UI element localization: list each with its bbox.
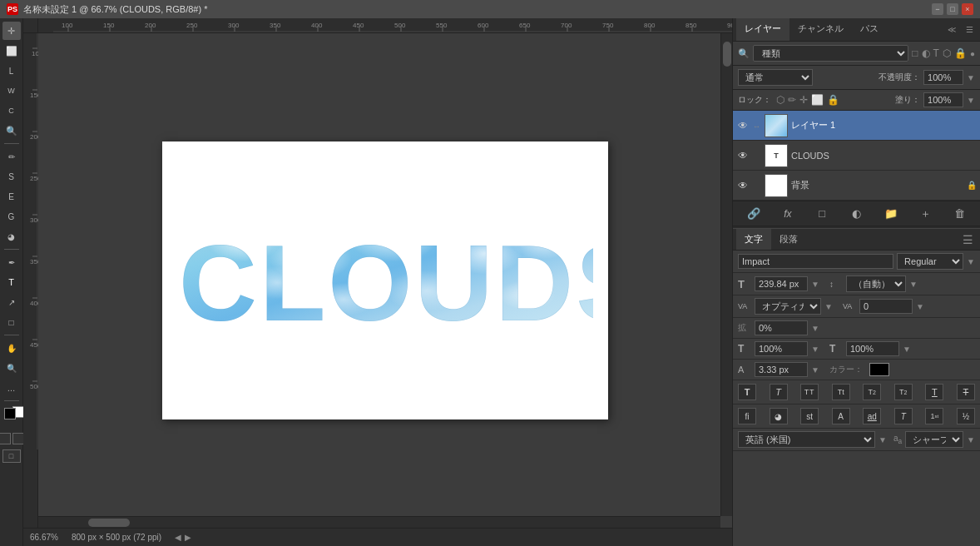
style-italic-btn[interactable]: T <box>770 384 788 400</box>
track-arrow[interactable]: ▼ <box>916 302 924 311</box>
blend-mode-select[interactable]: 通常 <box>738 69 813 86</box>
aa-mode-select[interactable]: シャープ <box>905 431 963 448</box>
close-button[interactable]: × <box>962 3 973 15</box>
filter-toggle[interactable]: ● <box>970 49 975 58</box>
horizontal-scrollbar[interactable] <box>38 516 720 528</box>
stamp-tool[interactable]: S <box>2 167 21 186</box>
style-super-btn[interactable]: T2 <box>863 384 881 400</box>
style-t-italic-btn[interactable]: T <box>894 408 913 424</box>
tab-layers[interactable]: レイヤー <box>736 18 789 41</box>
lasso-tool[interactable]: L <box>2 62 21 80</box>
next-arrow[interactable]: ▶ <box>185 533 191 542</box>
lock-position-btn[interactable]: ✛ <box>799 94 808 106</box>
tracking-input[interactable] <box>859 299 913 314</box>
filter-icon-pixel[interactable]: □ <box>912 47 918 59</box>
opacity-input[interactable] <box>923 70 963 85</box>
char-panel-menu-btn[interactable]: ☰ <box>959 230 977 250</box>
style-bold-btn[interactable]: T <box>738 384 756 400</box>
sizeh-arrow[interactable]: ▼ <box>811 345 819 354</box>
aa-arrow[interactable]: ▼ <box>967 435 975 444</box>
kerning-select[interactable]: オプティカル <box>755 298 821 315</box>
tab-character[interactable]: 文字 <box>736 229 771 250</box>
lock-pixels-btn[interactable]: ✏ <box>788 94 796 106</box>
layer-link-btn[interactable]: 🔗 <box>745 205 763 223</box>
foreground-color-swatch[interactable] <box>4 408 16 419</box>
kern-arrow[interactable]: ▼ <box>824 302 833 311</box>
filter-icon-type[interactable]: T <box>933 47 939 59</box>
hand-tool[interactable]: ✋ <box>2 339 21 357</box>
text-color-swatch[interactable] <box>869 363 889 376</box>
maximize-button[interactable]: □ <box>947 3 958 15</box>
style-underline-btn[interactable]: T <box>925 384 943 400</box>
zoom-tool[interactable]: 🔍 <box>2 359 21 377</box>
lock-transparent-btn[interactable]: ⬡ <box>776 94 784 106</box>
std-mode-btn[interactable] <box>12 433 24 444</box>
quick-mask-btn[interactable] <box>0 433 11 444</box>
eyedropper-tool[interactable]: 🔍 <box>2 122 21 140</box>
layer-item-3[interactable]: 👁 背景 🔒 <box>733 171 980 201</box>
screen-mode-btn[interactable]: □ <box>2 449 21 463</box>
move-tool[interactable]: ✛ <box>2 22 21 40</box>
layer-1-visibility[interactable]: 👁 <box>736 119 750 132</box>
quick-select-tool[interactable]: W <box>2 82 21 100</box>
size-h-input[interactable] <box>755 341 808 356</box>
lock-all-btn[interactable]: 🔒 <box>827 94 839 106</box>
style-ordinal-btn[interactable]: 1st <box>925 408 943 424</box>
scale-arrow[interactable]: ▼ <box>811 324 819 333</box>
filter-icon-shape[interactable]: ⬡ <box>943 47 951 59</box>
layer-new-btn[interactable]: ＋ <box>916 205 934 223</box>
vertical-scrollbar-thumb[interactable] <box>723 42 731 67</box>
horizontal-scrollbar-thumb[interactable] <box>88 519 130 527</box>
minimize-button[interactable]: − <box>932 3 943 15</box>
lock-artboard-btn[interactable]: ⬜ <box>811 94 824 106</box>
style-a-btn[interactable]: A <box>832 408 850 424</box>
layer-delete-btn[interactable]: 🗑 <box>950 205 968 223</box>
layer-2-visibility[interactable]: 👁 <box>736 149 750 162</box>
more-tools[interactable]: … <box>2 379 21 397</box>
style-strike-btn[interactable]: T <box>957 384 975 400</box>
language-select[interactable]: 英語 (米国) <box>738 431 875 448</box>
filter-icon-adj[interactable]: ◐ <box>922 47 930 59</box>
prev-arrow[interactable]: ◀ <box>175 533 181 542</box>
gradient-tool[interactable]: G <box>2 207 21 226</box>
layer-group-btn[interactable]: 📁 <box>882 205 900 223</box>
layer-filter-select[interactable]: 種類 <box>753 45 908 62</box>
opacity-arrow[interactable]: ▼ <box>967 73 975 82</box>
tab-channels[interactable]: チャンネル <box>789 18 852 41</box>
dodge-tool[interactable]: ◕ <box>2 227 21 246</box>
layer-item-1[interactable]: 👁 ↔ レイヤー 1 <box>733 111 980 141</box>
style-ad-btn[interactable]: ad <box>863 408 881 424</box>
style-disc-btn[interactable]: ◕ <box>770 408 788 424</box>
fill-input[interactable] <box>923 92 963 107</box>
filter-icon-smart[interactable]: 🔒 <box>954 47 967 59</box>
font-family-input[interactable] <box>738 254 893 269</box>
marquee-tool[interactable]: ⬜ <box>2 42 21 60</box>
pen-tool[interactable]: ✒ <box>2 253 21 271</box>
base-arrow[interactable]: ▼ <box>811 365 819 375</box>
tab-paths[interactable]: パス <box>852 18 887 41</box>
brush-tool[interactable]: ✏ <box>2 147 21 166</box>
style-smallcaps-btn[interactable]: Tt <box>832 384 850 400</box>
font-style-select[interactable]: Regular <box>897 253 963 270</box>
leading-arrow[interactable]: ▼ <box>909 280 918 289</box>
style-sub-btn[interactable]: T2 <box>894 384 913 400</box>
layer-3-visibility[interactable]: 👁 <box>736 179 750 192</box>
style-st-btn[interactable]: st <box>800 408 819 424</box>
nav-arrows[interactable]: ◀ ▶ <box>175 533 191 542</box>
path-tool[interactable]: ↗ <box>2 293 21 311</box>
style-allcaps-btn[interactable]: TT <box>800 384 819 400</box>
baseline-input[interactable] <box>755 362 808 377</box>
vertical-scrollbar[interactable] <box>720 33 732 516</box>
style-frac-btn[interactable]: ½ <box>957 408 975 424</box>
style-ligature-btn[interactable]: fi <box>738 408 756 424</box>
collapse-btn[interactable]: ≪ <box>944 22 959 37</box>
shape-tool[interactable]: □ <box>2 313 21 331</box>
leading-select[interactable]: （自動） <box>846 275 906 292</box>
type-tool[interactable]: T <box>2 273 21 291</box>
sizev-arrow[interactable]: ▼ <box>903 345 911 354</box>
layer-fx-btn[interactable]: fx <box>779 205 797 223</box>
size-arrow[interactable]: ▼ <box>811 280 819 289</box>
fill-arrow[interactable]: ▼ <box>967 96 975 105</box>
layer-adj-btn[interactable]: ◐ <box>847 205 865 223</box>
lang-arrow[interactable]: ▼ <box>879 435 887 444</box>
